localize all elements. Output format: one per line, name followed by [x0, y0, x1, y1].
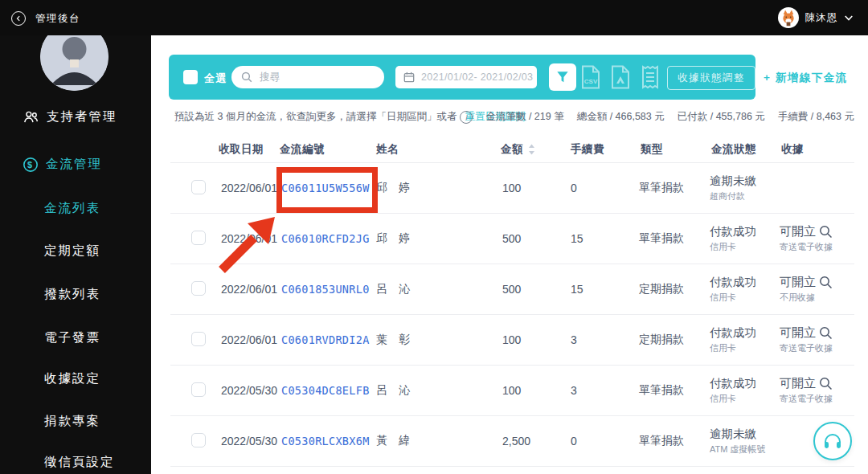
table-row: 2022/05/30C05304DC8ELFB呂沁1003單筆捐款付款成功信用卡…	[170, 365, 854, 416]
user-name: 陳沐恩	[805, 11, 838, 25]
status-method: 信用卡	[710, 292, 756, 304]
row-checkbox[interactable]	[191, 382, 206, 397]
receipt-text: 可開立	[780, 376, 816, 391]
sidebar-item-label: 徵信頁設定	[44, 454, 115, 471]
chevron-down-icon	[844, 14, 854, 22]
cell-receipt[interactable]: 可開立寄送電子收據	[780, 325, 833, 354]
cell-receipt[interactable]: 可開立寄送電子收據	[780, 376, 833, 405]
filter-button[interactable]	[549, 63, 576, 91]
row-checkbox[interactable]	[191, 433, 206, 447]
cell-date: 2022/06/01	[221, 283, 277, 296]
cell-amount: 100	[502, 384, 521, 397]
svg-text:$: $	[27, 160, 34, 170]
notice-text: 預設為近 3 個月的金流，欲查詢更多，請選擇「日期區間」或者	[174, 110, 457, 124]
sidebar-item-label: 金流列表	[44, 200, 100, 217]
magnifier-icon[interactable]	[819, 276, 833, 289]
info-icon: i	[460, 111, 473, 124]
toolbar: 全選 2021/01/02- 2021/02/03 CSV 收據狀態調整	[169, 55, 755, 100]
cell-payment-id-link[interactable]: C05304DC8ELFB	[281, 384, 370, 397]
calendar-icon	[403, 72, 415, 83]
sidebar-item-label: 電子發票	[44, 329, 100, 346]
column-header: 收據	[781, 142, 804, 157]
column-header: 金流狀態	[711, 142, 756, 157]
date-range-value: 2021/01/02- 2021/02/03	[421, 72, 533, 83]
receipt-text: 可開立	[780, 224, 816, 239]
receipt-method: 寄送電子收據	[780, 393, 833, 405]
cell-fee: 15	[571, 283, 583, 296]
cell-status: 付款成功信用卡	[710, 224, 756, 253]
sidebar-item-7[interactable]: 捐款專案	[44, 413, 100, 430]
cell-date: 2022/05/30	[221, 435, 277, 447]
status-method: 超商付款	[710, 190, 756, 202]
status-text: 付款成功	[710, 325, 756, 341]
cell-date: 2022/06/01	[221, 333, 277, 346]
sidebar-item-label: 捐款專案	[44, 413, 100, 430]
search-box[interactable]	[231, 66, 384, 88]
cell-fee: 0	[571, 435, 577, 447]
cell-surname: 邱	[376, 231, 387, 246]
cell-given-name: 彰	[399, 333, 410, 347]
receipt-status-adjust-button[interactable]: 收據狀態調整	[667, 66, 755, 90]
row-checkbox[interactable]	[191, 180, 206, 194]
cell-payment-id-link[interactable]: C06011U5W556W	[281, 182, 370, 194]
cell-status: 付款成功信用卡	[710, 275, 756, 304]
search-input[interactable]	[258, 71, 374, 84]
back-button[interactable]	[11, 11, 26, 26]
sidebar-item-5[interactable]: 電子發票	[44, 329, 100, 346]
cell-given-name: 緯	[399, 434, 410, 448]
pdf-export-icon[interactable]	[610, 65, 631, 92]
cell-status: 逾期未繳超商付款	[710, 174, 756, 202]
date-range-field[interactable]: 2021/01/02- 2021/02/03	[395, 66, 537, 88]
sidebar-item-4[interactable]: 撥款列表	[44, 286, 100, 303]
status-text: 付款成功	[710, 376, 756, 391]
sort-icon[interactable]	[528, 144, 535, 158]
stat-item: 總金額 / 466,583 元	[577, 110, 665, 124]
row-checkbox[interactable]	[191, 332, 206, 346]
sidebar-item-3[interactable]: 定期定額	[44, 243, 100, 259]
sidebar-item-label: 定期定額	[44, 243, 100, 259]
support-button[interactable]	[813, 422, 852, 460]
sidebar-item-8[interactable]: 徵信頁設定	[44, 454, 115, 471]
magnifier-icon[interactable]	[819, 326, 833, 340]
column-header: 姓名	[376, 142, 399, 157]
cell-amount: 500	[502, 283, 521, 296]
table-header: 收取日期金流編號姓名金額手續費類型金流狀態收據	[170, 135, 854, 163]
magnifier-icon[interactable]	[819, 377, 833, 390]
cell-surname: 呂	[376, 383, 387, 398]
select-all-checkbox[interactable]	[183, 70, 198, 84]
svg-text:CSV: CSV	[584, 78, 598, 85]
cell-type: 定期捐款	[639, 333, 684, 347]
cell-date: 2022/06/01	[221, 182, 277, 194]
cell-surname: 葉	[376, 333, 387, 347]
sidebar-item-1[interactable]: $金流管理	[23, 156, 102, 173]
stat-item: 金流筆數 / 219 筆	[485, 110, 563, 124]
cell-payment-id-link[interactable]: C0601RVDRDI2A	[281, 333, 370, 346]
row-checkbox[interactable]	[191, 281, 206, 296]
cell-type: 單筆捐款	[639, 434, 684, 448]
sidebar-item-6[interactable]: 收據設定	[44, 370, 100, 387]
cell-amount: 2,500	[502, 435, 530, 447]
status-method: 信用卡	[710, 241, 756, 253]
magnifier-icon[interactable]	[819, 225, 833, 239]
cell-payment-id-link[interactable]: C0530RLCXBX6M	[281, 435, 370, 447]
cell-payment-id-link[interactable]: C06010RCFD2JG	[281, 232, 370, 245]
summary-stats: i 金流筆數 / 219 筆總金額 / 466,583 元已付款 / 455,7…	[460, 110, 854, 124]
receipt-text: 可開立	[780, 325, 816, 341]
user-menu[interactable]: 陳沐恩	[778, 6, 854, 29]
receipt-list-icon[interactable]	[640, 65, 661, 92]
csv-export-icon[interactable]: CSV	[580, 65, 601, 92]
status-text: 逾期未繳	[710, 427, 765, 442]
dollar-circle-icon: $	[23, 157, 39, 173]
column-header[interactable]: 金額	[501, 142, 523, 157]
cell-receipt[interactable]: 可開立不用收據	[780, 275, 833, 304]
status-text: 付款成功	[710, 275, 756, 290]
sidebar-item-0[interactable]: 支持者管理	[23, 108, 117, 125]
cell-receipt[interactable]: 可開立寄送電子收據	[780, 224, 833, 253]
cell-fee: 0	[571, 182, 577, 194]
column-header: 手續費	[571, 142, 604, 157]
row-checkbox[interactable]	[191, 231, 206, 245]
table-row: 2022/05/30C0530RLCXBX6M黃緯2,5000單筆捐款逾期未繳A…	[170, 415, 854, 467]
add-offline-payment-button[interactable]: + 新增線下金流	[764, 71, 848, 85]
sidebar-item-2[interactable]: 金流列表	[44, 200, 100, 217]
cell-payment-id-link[interactable]: C0601853UNRL0	[281, 283, 370, 296]
